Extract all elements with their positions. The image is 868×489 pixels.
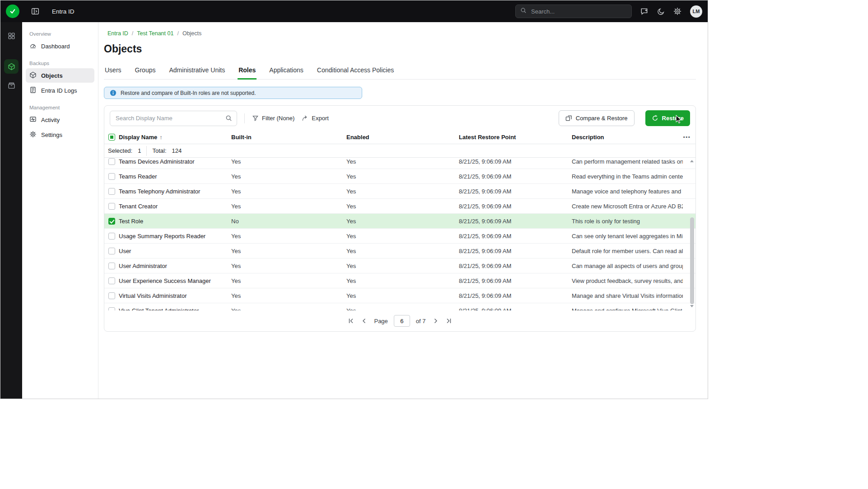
prev-page-icon[interactable] [361, 317, 368, 324]
row-checkbox[interactable] [108, 263, 115, 269]
sidebar-item-objects[interactable]: Objects [26, 68, 94, 83]
cell-display-name: User Experience Success Manager [119, 277, 231, 284]
sidebar-item-dashboard[interactable]: Dashboard [26, 39, 94, 53]
activity-pulse-icon [29, 116, 37, 124]
sort-asc-icon[interactable]: ↑ [159, 134, 163, 141]
sidebar-item-settings[interactable]: Settings [26, 127, 94, 142]
export-button[interactable]: Export [302, 115, 329, 122]
page-title: Objects [104, 43, 708, 55]
last-page-icon[interactable] [445, 317, 452, 324]
info-icon [110, 89, 117, 96]
sidebar-item-activity[interactable]: Activity [26, 113, 94, 127]
display-name-search[interactable] [110, 111, 237, 126]
scroll-down-icon[interactable] [690, 305, 694, 307]
cell-enabled: Yes [346, 173, 459, 180]
display-name-search-input[interactable] [115, 114, 225, 122]
row-checkbox[interactable] [108, 188, 115, 195]
table-row[interactable]: User Administrator Yes Yes 8/21/25, 9:06… [104, 259, 695, 273]
cell-description: This role is only for testing [572, 218, 683, 225]
sidebar: Overview Dashboard Backups Objects Ent [22, 22, 98, 399]
table-row[interactable]: Test Role No Yes 8/21/25, 9:06:09 AM Thi… [104, 214, 695, 229]
apps-grid-icon[interactable] [4, 28, 19, 43]
table-row[interactable]: Virtual Visits Administrator Yes Yes 8/2… [104, 288, 695, 303]
row-checkbox[interactable] [108, 203, 115, 210]
tab-administrative-units[interactable]: Administrative Units [168, 62, 226, 80]
row-checkbox[interactable] [108, 248, 115, 254]
cell-built-in: Yes [231, 263, 346, 269]
cell-restore-point: 8/21/25, 9:06:09 AM [459, 173, 572, 180]
row-checkbox[interactable] [108, 158, 115, 165]
compare-restore-button[interactable]: Compare & Restore [559, 110, 635, 126]
row-checkbox[interactable] [108, 307, 115, 311]
breadcrumb: Entra ID / Test Tenant 01 / Objects [104, 30, 708, 37]
info-banner-text: Restore and compare of Built-In roles ar… [121, 90, 256, 96]
dashboard-gauge-icon [29, 42, 37, 51]
sidebar-item-entra-id-logs[interactable]: Entra ID Logs [26, 83, 94, 98]
tabs: Users Groups Administrative Units Roles … [104, 62, 696, 80]
table-row[interactable]: Teams Devices Administrator Yes Yes 8/21… [104, 158, 695, 169]
row-checkbox[interactable] [108, 218, 115, 225]
cell-display-name: User Administrator [119, 263, 231, 269]
scrollbar-thumb[interactable] [690, 217, 694, 304]
cell-enabled: Yes [346, 233, 459, 240]
row-checkbox[interactable] [108, 277, 115, 284]
filter-button[interactable]: Filter (None) [252, 115, 294, 122]
column-overflow-menu-icon[interactable]: ⋯ [683, 133, 695, 141]
selected-label: Selected: [108, 147, 132, 154]
global-search-input[interactable] [530, 8, 627, 15]
table-row[interactable]: Viva Glint Tenant Administrator Yes Yes … [104, 303, 695, 310]
table-row[interactable]: Teams Telephony Administrator Yes Yes 8/… [104, 184, 695, 199]
column-display-name[interactable]: Display Name ↑ [119, 134, 231, 141]
cell-enabled: Yes [346, 218, 459, 225]
archive-box-icon[interactable] [4, 78, 19, 93]
tab-conditional-access-policies[interactable]: Conditional Access Policies [316, 62, 395, 80]
table-row[interactable]: Tenant Creator Yes Yes 8/21/25, 9:06:09 … [104, 199, 695, 214]
cell-enabled: Yes [346, 188, 459, 195]
table-row[interactable]: Teams Reader Yes Yes 8/21/25, 9:06:09 AM… [104, 169, 695, 184]
cell-restore-point: 8/21/25, 9:06:09 AM [459, 203, 572, 210]
cell-description: Create new Microsoft Entra or Azure AD B… [572, 203, 683, 210]
breadcrumb-test-tenant[interactable]: Test Tenant 01 [137, 30, 173, 37]
first-page-icon[interactable] [348, 317, 355, 324]
cell-description: Read everything in the Teams admin cente… [572, 173, 683, 180]
table-row[interactable]: User Experience Success Manager Yes Yes … [104, 273, 695, 288]
settings-gear-icon[interactable] [673, 7, 681, 15]
table-row[interactable]: User Yes Yes 8/21/25, 9:06:09 AM Default… [104, 244, 695, 259]
table-row[interactable]: Usage Summary Reports Reader Yes Yes 8/2… [104, 229, 695, 244]
cell-enabled: Yes [346, 248, 459, 254]
total-label: Total: [152, 147, 166, 154]
tab-groups[interactable]: Groups [134, 62, 157, 80]
row-checkbox[interactable] [108, 292, 115, 299]
gear-icon [29, 131, 37, 139]
scroll-up-icon[interactable] [690, 160, 694, 162]
cell-display-name: Usage Summary Reports Reader [119, 233, 231, 240]
page-label: Page [374, 318, 387, 324]
column-latest-restore-point: Latest Restore Point [459, 134, 572, 141]
restore-button[interactable]: Restore [645, 110, 690, 126]
next-page-icon[interactable] [432, 317, 439, 324]
cell-enabled: Yes [346, 263, 459, 269]
tab-users[interactable]: Users [104, 62, 122, 80]
tab-roles[interactable]: Roles [238, 62, 257, 80]
cell-restore-point: 8/21/25, 9:06:09 AM [459, 263, 572, 269]
feedback-icon[interactable] [640, 7, 649, 15]
sidebar-collapse-icon[interactable] [31, 7, 39, 15]
row-checkbox[interactable] [108, 233, 115, 240]
backup-product-icon[interactable] [4, 59, 19, 74]
theme-moon-icon[interactable] [657, 8, 665, 15]
cell-built-in: Yes [231, 277, 346, 284]
cell-display-name: Tenant Creator [119, 203, 231, 210]
breadcrumb-entra-id[interactable]: Entra ID [107, 30, 128, 37]
page-number-input[interactable] [394, 315, 410, 327]
cell-enabled: Yes [346, 307, 459, 311]
tab-applications[interactable]: Applications [268, 62, 304, 80]
sidebar-section-backups: Backups [26, 58, 94, 68]
row-checkbox[interactable] [108, 173, 115, 180]
cell-restore-point: 8/21/25, 9:06:09 AM [459, 307, 572, 311]
select-all-checkbox[interactable] [108, 134, 115, 141]
user-avatar[interactable]: LM [690, 5, 702, 18]
global-search[interactable] [515, 5, 632, 18]
cell-built-in: Yes [231, 292, 346, 299]
table-scrollbar[interactable] [689, 158, 695, 310]
sidebar-section-management: Management [26, 102, 94, 112]
